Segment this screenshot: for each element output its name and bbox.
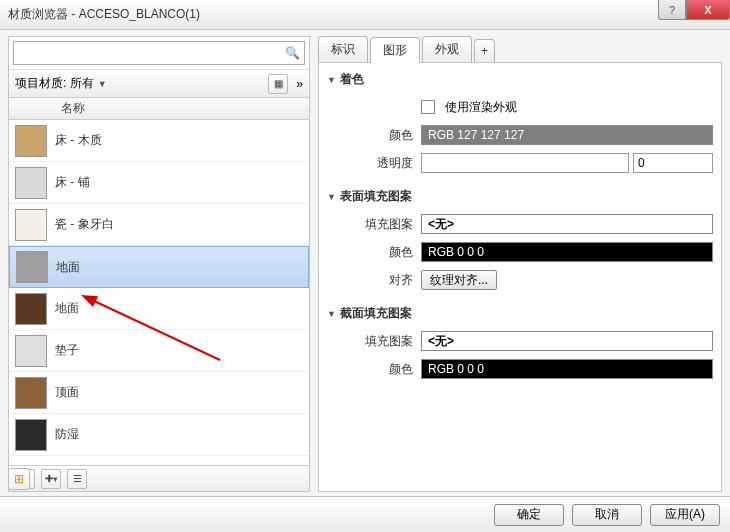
search-icon: 🔍 [285,46,300,60]
tab-add[interactable]: + [474,39,495,62]
expand-button[interactable]: » [296,77,303,91]
cut-color-field[interactable]: RGB 0 0 0 [421,359,713,379]
collapse-icon: ▼ [327,75,336,85]
material-list[interactable]: 床 - 木质床 - 铺瓷 - 象牙白地面地面垫子顶面防湿 [9,120,309,465]
shading-color-field[interactable]: RGB 127 127 127 [421,125,713,145]
material-row[interactable]: 垫子 [9,330,309,372]
cut-pattern-field[interactable]: <无> [421,331,713,351]
fill-pattern-label: 填充图案 [327,333,421,350]
material-thumbnail [15,335,47,367]
color-label: 颜色 [327,361,421,378]
transparency-slider[interactable] [421,153,629,173]
window-title: 材质浏览器 - ACCESO_BLANCO(1) [8,6,722,23]
material-thumbnail [16,251,48,283]
material-thumbnail [15,419,47,451]
material-name: 床 - 木质 [55,132,102,149]
material-thumbnail [15,209,47,241]
list-view-button[interactable]: ☰ [67,469,87,489]
view-mode-button[interactable]: ▦ [268,74,288,94]
properties-panel: ▼着色 使用渲染外观 颜色 RGB 127 127 127 透明度 [318,62,722,492]
surface-color-field[interactable]: RGB 0 0 0 [421,242,713,262]
color-label: 颜色 [327,127,421,144]
transparency-value[interactable] [633,153,713,173]
cancel-button[interactable]: 取消 [572,504,642,526]
alignment-label: 对齐 [327,272,421,289]
tab-graphics[interactable]: 图形 [370,37,420,63]
material-row[interactable]: 床 - 木质 [9,120,309,162]
surface-pattern-field[interactable]: <无> [421,214,713,234]
material-thumbnail [15,377,47,409]
material-row[interactable]: 瓷 - 象牙白 [9,204,309,246]
tab-appearance[interactable]: 外观 [422,36,472,62]
search-input[interactable]: 🔍 [13,41,305,65]
material-row[interactable]: 床 - 铺 [9,162,309,204]
material-name: 垫子 [55,342,79,359]
material-thumbnail [15,125,47,157]
apply-button[interactable]: 应用(A) [650,504,720,526]
material-name: 防湿 [55,426,79,443]
tab-identity[interactable]: 标识 [318,36,368,62]
material-name: 地面 [55,300,79,317]
transparency-label: 透明度 [327,155,421,172]
column-header-name[interactable]: 名称 [61,100,85,117]
color-label: 颜色 [327,244,421,261]
collapse-icon: ▼ [327,309,336,319]
material-row[interactable]: 地面 [9,288,309,330]
filter-label[interactable]: 项目材质: 所有 [15,75,94,92]
section-cut-pattern[interactable]: ▼截面填充图案 [327,305,713,322]
collapse-icon: ▼ [327,192,336,202]
material-name: 顶面 [55,384,79,401]
section-surface-pattern[interactable]: ▼表面填充图案 [327,188,713,205]
material-name: 瓷 - 象牙白 [55,216,114,233]
material-thumbnail [15,293,47,325]
material-row[interactable]: 地面 [9,246,309,288]
close-button[interactable]: X [686,0,730,20]
fill-pattern-label: 填充图案 [327,216,421,233]
material-row[interactable]: 顶面 [9,372,309,414]
library-button[interactable]: ⊞ [8,468,30,490]
material-thumbnail [15,167,47,199]
help-button[interactable]: ? [658,0,686,20]
ok-button[interactable]: 确定 [494,504,564,526]
material-name: 床 - 铺 [55,174,90,191]
chevron-down-icon[interactable]: ▼ [98,79,107,89]
use-render-checkbox[interactable] [421,100,435,114]
material-row[interactable]: 防湿 [9,414,309,456]
texture-alignment-button[interactable]: 纹理对齐... [421,270,497,290]
title-bar: 材质浏览器 - ACCESO_BLANCO(1) ? X [0,0,730,30]
material-name: 地面 [56,259,80,276]
new-material-button[interactable]: ✚▾ [41,469,61,489]
material-list-pane: 🔍 项目材质: 所有 ▼ ▦ » 名称 床 - 木质床 - 铺瓷 - 象牙白地面… [8,36,310,492]
section-shading[interactable]: ▼着色 [327,71,713,88]
search-field[interactable] [18,43,300,63]
use-render-label: 使用渲染外观 [445,99,517,116]
